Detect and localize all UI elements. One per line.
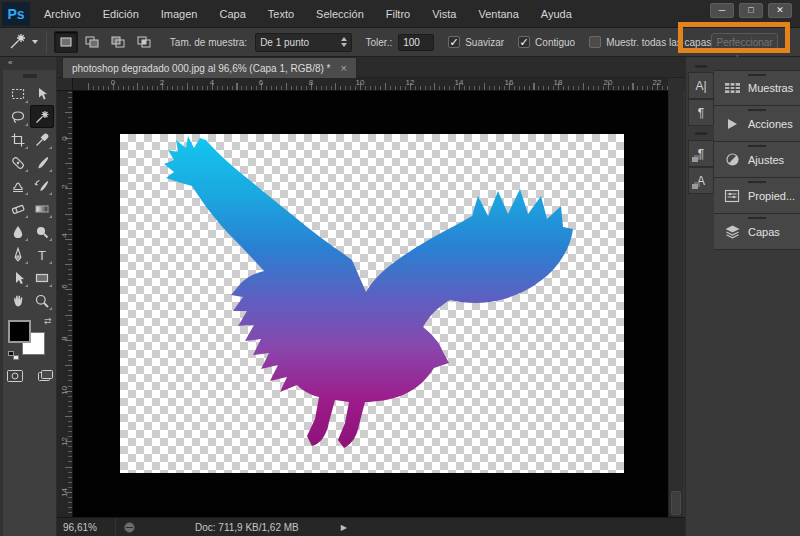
character-styles-panel-button[interactable]: A: [688, 167, 714, 194]
checkbox-muestrear-todas-las-capas[interactable]: Muestr. todas las capas: [589, 36, 711, 48]
gradient-tool[interactable]: [30, 197, 54, 220]
history-brush-tool[interactable]: [30, 174, 54, 197]
menu-seleccion[interactable]: Selección: [316, 8, 364, 20]
horizontal-ruler: 0 2 4 6 8 10 12 14 16 18 20 22: [73, 78, 668, 91]
hand-tool[interactable]: [6, 289, 30, 312]
canvas[interactable]: [73, 91, 668, 517]
dodge-tool[interactable]: [30, 220, 54, 243]
character-panel-button[interactable]: A|: [688, 72, 714, 99]
panel-capas[interactable]: Capas: [714, 214, 800, 250]
tool-preset-picker[interactable]: [8, 32, 39, 52]
ruler-label: 0: [60, 133, 69, 145]
menu-filtro[interactable]: Filtro: [386, 8, 410, 20]
rectangle-shape-tool[interactable]: [30, 266, 54, 289]
minimize-button[interactable]: ─: [710, 3, 734, 18]
type-tool[interactable]: T: [30, 243, 54, 266]
toolbar-bottom: [3, 368, 56, 386]
ruler-label: 12: [60, 436, 69, 448]
panel-grip[interactable]: [695, 132, 707, 135]
checkbox-contiguo[interactable]: ✓ Contiguo: [518, 36, 575, 48]
svg-text:T: T: [38, 247, 46, 262]
menu-imagen[interactable]: Imagen: [161, 8, 198, 20]
intersect-selection-button[interactable]: [132, 31, 156, 53]
selection-mode-group: [54, 31, 156, 53]
collapsed-panels-column: Muestras Acciones Ajustes: [714, 70, 800, 250]
layers-icon: [723, 224, 741, 240]
chevron-down-icon: [32, 40, 38, 44]
character-panel-icon: A|: [695, 79, 706, 93]
transparent-image-area[interactable]: [120, 134, 624, 473]
path-selection-tool[interactable]: [6, 266, 30, 289]
paragraph-panel-button[interactable]: ¶: [688, 99, 714, 126]
panel-ajustes[interactable]: Ajustes: [714, 142, 800, 178]
status-icon[interactable]: [124, 522, 135, 533]
panel-acciones[interactable]: Acciones: [714, 106, 800, 142]
menu-ayuda[interactable]: Ayuda: [541, 8, 572, 20]
zoom-level-field[interactable]: 96,61%: [63, 522, 115, 533]
refine-edge-button[interactable]: Perfeccionar bor.: [711, 33, 778, 52]
vertical-scrollbar[interactable]: [668, 91, 683, 517]
lasso-tool[interactable]: [6, 105, 30, 128]
clone-stamp-tool[interactable]: [6, 174, 30, 197]
menu-ventana[interactable]: Ventana: [478, 8, 518, 20]
magic-wand-tool[interactable]: [30, 105, 54, 128]
paragraph-styles-panel-button[interactable]: ¶: [688, 140, 714, 167]
close-button[interactable]: ✕: [768, 3, 792, 18]
default-colors-icon[interactable]: [8, 351, 19, 360]
healing-brush-tool[interactable]: [6, 151, 30, 174]
menu-vista[interactable]: Vista: [432, 8, 456, 20]
quick-mask-button[interactable]: [5, 368, 25, 386]
tools-grid: T: [3, 82, 56, 312]
ruler-label: 4: [60, 230, 69, 242]
document-area: photoshop degradado 000.jpg al 96,6% (Ca…: [57, 57, 685, 536]
eyedropper-tool[interactable]: [30, 128, 54, 151]
panel-grip: [748, 217, 766, 219]
add-to-selection-button[interactable]: [80, 31, 104, 53]
screen-mode-button[interactable]: [35, 368, 55, 386]
document-tab[interactable]: photoshop degradado 000.jpg al 96,6% (Ca…: [62, 57, 357, 78]
menu-capa[interactable]: Capa: [219, 8, 245, 20]
new-selection-button[interactable]: [54, 31, 78, 53]
ruler-label: 10: [356, 78, 365, 87]
crop-tool[interactable]: [6, 128, 30, 151]
eraser-tool[interactable]: [6, 197, 30, 220]
menu-texto[interactable]: Texto: [268, 8, 294, 20]
menu-edicion[interactable]: Edición: [103, 8, 139, 20]
panel-grip: [748, 74, 766, 76]
toolbar-collapse-button[interactable]: «: [3, 57, 56, 70]
ruler-label: 18: [554, 78, 563, 87]
pen-tool[interactable]: [6, 243, 30, 266]
paragraph-styles-panel-icon: ¶: [698, 147, 704, 161]
menu-items: Archivo Edición Imagen Capa Texto Selecc…: [44, 8, 572, 20]
ruler-filler: [668, 78, 685, 91]
menu-archivo[interactable]: Archivo: [44, 8, 81, 20]
maximize-button[interactable]: □: [739, 3, 763, 18]
panel-propiedades[interactable]: Propied...: [714, 178, 800, 214]
zoom-tool[interactable]: [30, 289, 54, 312]
panel-grip[interactable]: [695, 65, 707, 68]
magic-wand-icon: [8, 32, 28, 52]
tab-close-icon[interactable]: ×: [341, 62, 347, 74]
move-tool[interactable]: [30, 82, 54, 105]
swatches-icon: [723, 80, 741, 96]
ruler-label: 14: [455, 78, 464, 87]
menu-bar: Ps Archivo Edición Imagen Capa Texto Sel…: [0, 0, 800, 28]
window-controls: ─ □ ✕: [710, 3, 792, 18]
photoshop-window: Ps Archivo Edición Imagen Capa Texto Sel…: [0, 0, 800, 536]
panel-grip[interactable]: [23, 74, 37, 78]
checkbox-suavizar[interactable]: ✓ Suavizar: [448, 36, 504, 48]
color-swatches: ⇄: [6, 316, 54, 360]
status-menu-arrow-icon[interactable]: ▶: [341, 523, 347, 532]
sample-size-select[interactable]: De 1 punto: [255, 33, 351, 52]
scrollbar-thumb[interactable]: [671, 491, 681, 515]
tolerance-input[interactable]: [398, 34, 434, 51]
paragraph-panel-icon: ¶: [698, 106, 704, 120]
swap-colors-icon[interactable]: ⇄: [44, 316, 52, 326]
panel-muestras[interactable]: Muestras: [714, 70, 800, 106]
subtract-from-selection-button[interactable]: [106, 31, 130, 53]
rectangular-marquee-tool[interactable]: [6, 82, 30, 105]
blur-tool[interactable]: [6, 220, 30, 243]
panel-grip: [748, 181, 766, 183]
foreground-color-swatch[interactable]: [8, 320, 31, 343]
brush-tool[interactable]: [30, 151, 54, 174]
